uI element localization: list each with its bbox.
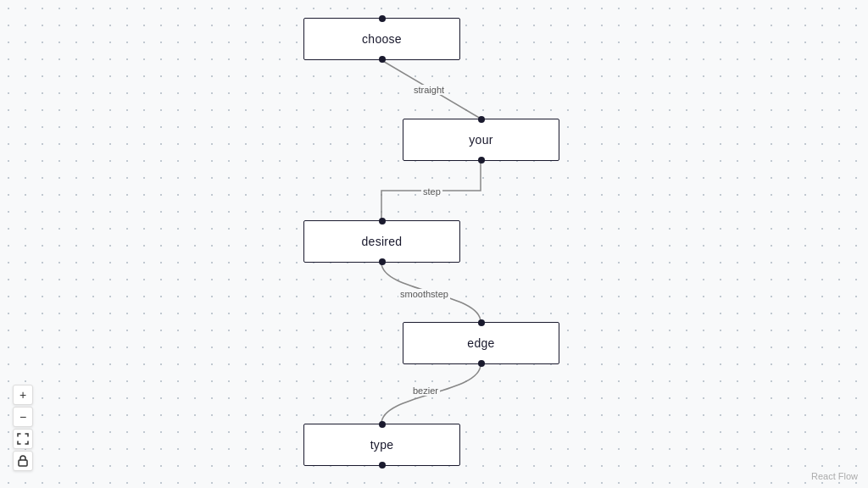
lock-button[interactable]	[13, 451, 33, 471]
edge-label-step: step	[421, 186, 442, 197]
node-type-label: type	[370, 438, 394, 452]
edge-label-straight: straight	[412, 85, 446, 95]
node-desired-label: desired	[362, 235, 403, 248]
handle-type-top[interactable]	[379, 421, 386, 428]
handle-your-top[interactable]	[478, 116, 485, 123]
handle-choose-bottom[interactable]	[379, 56, 386, 63]
controls-panel: + −	[13, 385, 33, 471]
edge-label-bezier: bezier	[411, 385, 440, 396]
handle-desired-top[interactable]	[379, 218, 386, 225]
flow-canvas[interactable]: straight step smoothstep bezier choose y…	[0, 0, 868, 488]
node-edge-label: edge	[467, 336, 494, 350]
handle-type-bottom[interactable]	[379, 462, 386, 469]
handle-your-bottom[interactable]	[478, 157, 485, 164]
branding-label: React Flow	[811, 471, 858, 481]
svg-rect-1	[19, 460, 27, 466]
node-type[interactable]: type	[303, 424, 460, 466]
node-choose[interactable]: choose	[303, 18, 460, 60]
node-your[interactable]: your	[403, 119, 559, 161]
node-edge[interactable]: edge	[403, 322, 559, 364]
handle-choose-top[interactable]	[379, 15, 386, 22]
zoom-out-button[interactable]: −	[13, 407, 33, 427]
node-desired[interactable]: desired	[303, 220, 460, 263]
handle-edge-bottom[interactable]	[478, 360, 485, 367]
edge-label-smoothstep: smoothstep	[398, 289, 450, 299]
zoom-in-button[interactable]: +	[13, 385, 33, 405]
node-choose-label: choose	[362, 32, 402, 46]
handle-desired-bottom[interactable]	[379, 258, 386, 265]
fit-view-button[interactable]	[13, 429, 33, 449]
node-your-label: your	[469, 133, 492, 147]
handle-edge-top[interactable]	[478, 319, 485, 326]
